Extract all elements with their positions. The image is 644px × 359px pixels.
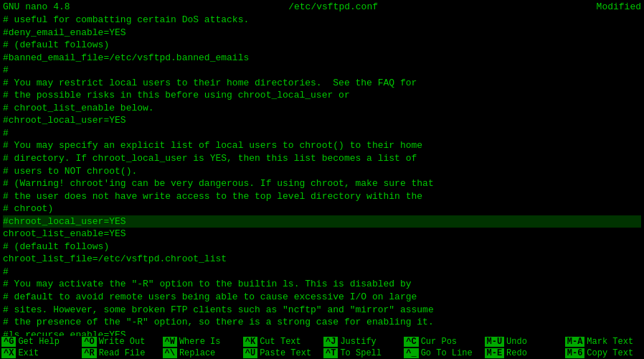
editor-line: # users to NOT chroot().: [3, 165, 641, 178]
shortcut-label: Justify: [340, 337, 376, 347]
editor-line: #: [3, 64, 641, 77]
footer-item[interactable]: ^OWrite Out: [80, 336, 161, 348]
shortcut-key: M-U: [485, 337, 505, 347]
editor-line: chroot_list_file=/etc/vsftpd.chroot_list: [3, 253, 641, 266]
editor-line: # directory. If chroot_local_user is YES…: [3, 152, 641, 165]
shortcut-key: ^K: [243, 337, 257, 347]
editor-line: # You may activate the "-R" option to th…: [3, 278, 641, 291]
shortcut-key: ^O: [82, 337, 96, 347]
editor-line: # (default follows): [3, 241, 641, 253]
editor-line: # sites. However, some broken FTP client…: [3, 304, 641, 317]
editor-line: # (default follows): [3, 39, 641, 52]
shortcut-key: ^_: [404, 348, 418, 358]
editor-line: #: [3, 266, 641, 279]
shortcut-label: To Spell: [340, 348, 382, 358]
shortcut-label: Replace: [179, 348, 215, 358]
shortcut-key: ^X: [1, 348, 16, 358]
shortcut-key: ^U: [243, 348, 257, 358]
footer-item[interactable]: M-UUndo: [483, 336, 564, 348]
footer-item[interactable]: ^_Go To Line: [402, 348, 483, 359]
editor-line: # the possible risks in this before usin…: [3, 89, 641, 102]
shortcut-key: M-A: [565, 337, 585, 347]
footer-item[interactable]: M-ERedo: [483, 348, 564, 359]
editor-line: #chroot_local_user=YES: [3, 215, 641, 228]
shortcut-label: Exit: [18, 348, 39, 358]
editor-line: #deny_email_enable=YES: [3, 27, 641, 39]
modified-status: Modified: [597, 1, 641, 12]
shortcut-label: Read File: [99, 348, 146, 358]
footer-item[interactable]: M-AMark Text: [564, 336, 644, 348]
footer-item[interactable]: ^GGet Help: [0, 336, 80, 348]
footer-item[interactable]: ^RRead File: [80, 348, 161, 359]
editor-line: chroot_list_enable=YES: [3, 228, 641, 241]
footer-item[interactable]: ^XExit: [0, 348, 80, 359]
footer-item[interactable]: ^TTo Spell: [322, 348, 402, 359]
editor-line: # (Warning! chroot'ing can be very dange…: [3, 177, 641, 190]
editor-line: # chroot_list_enable below.: [3, 102, 641, 115]
editor-line: # the user does not have write access to…: [3, 190, 641, 203]
footer-item[interactable]: ^CCur Pos: [402, 336, 483, 348]
shortcut-label: Mark Text: [587, 337, 633, 347]
header-bar: GNU nano 4.8 /etc/vsftpd.conf Modified: [0, 0, 644, 14]
shortcut-label: Copy Text: [587, 348, 633, 358]
shortcut-label: Cut Text: [260, 337, 301, 347]
shortcut-key: ^\: [163, 348, 177, 358]
shortcut-label: Cur Pos: [421, 337, 457, 347]
shortcut-key: ^W: [163, 337, 177, 347]
shortcut-label: Redo: [506, 348, 527, 358]
footer-item[interactable]: ^JJustify: [322, 336, 402, 348]
shortcut-key: ^T: [323, 348, 338, 358]
footer-row: ^XExit^RRead File^\Replace^UPaste Text^T…: [0, 348, 644, 359]
editor-line: # default to avoid remote users being ab…: [3, 291, 641, 304]
editor-line: #: [3, 127, 641, 140]
editor-line: # chroot): [3, 202, 641, 215]
editor-line: #chroot_local_user=YES: [3, 114, 641, 127]
footer-item[interactable]: M-6Copy Text: [564, 348, 644, 359]
shortcut-label: Undo: [506, 337, 527, 347]
shortcut-key: ^R: [82, 348, 96, 358]
footer-item[interactable]: ^KCut Text: [242, 336, 322, 348]
shortcut-key: M-6: [565, 348, 585, 358]
shortcut-key: M-E: [485, 348, 505, 358]
editor-line: # You may specify an explicit list of lo…: [3, 139, 641, 152]
shortcut-label: Go To Line: [421, 348, 473, 358]
editor-line: # the presence of the "-R" option, so th…: [3, 316, 641, 329]
editor-line: #ls_recurse_enable=YES: [3, 329, 641, 336]
editor-line: # You may restrict local users to their …: [3, 77, 641, 90]
shortcut-label: Write Out: [99, 337, 146, 347]
shortcut-label: Get Help: [18, 337, 60, 347]
shortcut-key: ^G: [1, 337, 16, 347]
shortcut-label: Paste Text: [260, 348, 311, 358]
file-path: /etc/vsftpd.conf: [288, 1, 378, 12]
shortcut-label: Where Is: [179, 337, 221, 347]
footer: ^GGet Help^OWrite Out^WWhere Is^KCut Tex…: [0, 336, 644, 359]
footer-item[interactable]: ^WWhere Is: [161, 336, 242, 348]
editor-line: # useful for combatting certain DoS atta…: [3, 14, 641, 27]
footer-row: ^GGet Help^OWrite Out^WWhere Is^KCut Tex…: [0, 336, 644, 348]
editor-area[interactable]: # useful for combatting certain DoS atta…: [0, 14, 644, 336]
footer-item[interactable]: ^\Replace: [161, 348, 242, 359]
shortcut-key: ^C: [404, 337, 418, 347]
app-name: GNU nano 4.8: [3, 1, 70, 12]
footer-item[interactable]: ^UPaste Text: [242, 348, 322, 359]
shortcut-key: ^J: [323, 337, 338, 347]
editor-line: #banned_email_file=/etc/vsftpd.banned_em…: [3, 52, 641, 65]
